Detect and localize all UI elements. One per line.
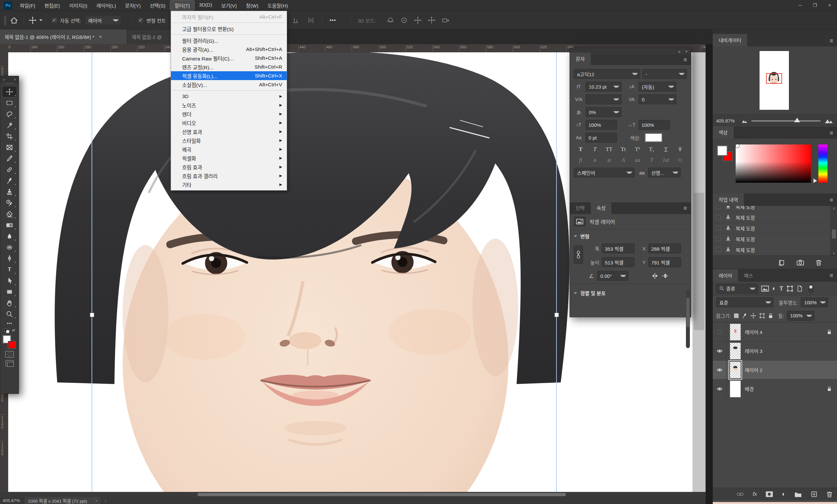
menu-item-4[interactable]: 문자(Y) [121,1,145,10]
filter-menu-item[interactable]: 비디오▶ [171,118,287,127]
antialias-dropdown[interactable]: 선명... [648,168,681,178]
new-layer-icon[interactable] [811,491,818,498]
path-select-tool[interactable] [2,275,17,286]
filter-smart-object-icon[interactable] [797,285,803,292]
slider-thumb[interactable] [794,118,800,122]
show-transform-checkbox[interactable]: ✓ [137,17,144,23]
type-tool[interactable]: T [2,264,17,275]
lock-position-icon[interactable] [750,313,756,319]
text-style-toggle-1[interactable]: T [590,146,600,152]
text-style-toggle-7[interactable]: Ŧ [675,146,685,152]
text-style-toggle-5[interactable]: T₁ [647,146,657,152]
tab-character[interactable]: 문자 [570,53,591,65]
lock-all-icon[interactable] [768,313,773,319]
width-field[interactable]: 353 픽셀 [602,244,635,253]
layer-thumbnail[interactable] [730,343,741,360]
blend-mode-dropdown[interactable]: 표준 [716,298,773,307]
filter-menu-item[interactable]: 고급 필터용으로 변환(S) [171,24,287,33]
default-colors-icon[interactable]: ⇄ [4,328,15,334]
layer-thumbnail[interactable] [730,361,741,378]
history-source-checkbox[interactable] [716,226,720,230]
panel-collapse-icon[interactable]: « [678,49,680,54]
screen-mode-button[interactable] [5,360,13,366]
vertical-scrollbar-thumb[interactable] [694,193,704,330]
filter-menu-item[interactable]: 픽셀화▶ [171,154,287,162]
move-tool-option[interactable] [29,11,42,30]
panel-scrollbar[interactable] [686,289,690,348]
panel-menu-icon[interactable]: ≡ [830,38,833,44]
filter-adjustment-icon[interactable]: ◐ [772,285,776,292]
font-style-dropdown[interactable]: - [642,69,687,79]
history-source-checkbox[interactable] [716,248,720,252]
layer-row[interactable]: 레이어 2 [713,360,837,379]
home-button[interactable] [10,11,18,30]
layer-name[interactable]: 레이어 4 [745,328,763,335]
minimize-button[interactable]: ─ [793,0,807,11]
history-brush-tool[interactable] [2,197,17,208]
layer-name[interactable]: 배경 [745,385,754,392]
text-style-toggle-4[interactable]: T¹ [633,146,642,152]
menu-item-7[interactable]: 3D(D) [195,1,216,10]
horizontal-scrollbar-thumb[interactable] [197,493,566,496]
menu-filter[interactable]: 필터(T) [170,1,194,10]
font-size-dropdown[interactable]: 10.23 pt [586,82,622,91]
link-dimensions-icon[interactable] [574,246,583,264]
auto-select-dropdown[interactable]: 레이어 [85,15,121,25]
history-state-row[interactable]: 복제 도장 [713,234,837,245]
magic-wand-tool[interactable] [2,120,17,130]
menu-item-3[interactable]: 레이어(L) [92,1,120,10]
quick-mask-button[interactable] [5,351,14,358]
tab-paths[interactable]: 패스 [738,269,759,282]
clone-stamp-tool[interactable] [2,186,17,197]
history-state-row[interactable]: 복제 도장 [713,223,837,234]
hue-slider[interactable] [818,144,827,183]
y-field[interactable]: 791 픽셀 [648,257,681,267]
filter-toggle[interactable] [808,284,814,293]
angle-dropdown[interactable]: 0.00° [597,271,628,281]
rectangle-tool[interactable] [2,286,17,297]
filter-menu-item[interactable]: 흐림 효과 갤러리▶ [171,171,287,180]
height-field[interactable]: 513 픽셀 [602,257,635,267]
crop-tool[interactable] [2,131,17,142]
filter-menu-item[interactable]: 기타▶ [171,180,287,189]
text-style-toggle-3[interactable]: Tt [618,146,628,152]
filter-menu-item[interactable]: 왜곡▶ [171,145,287,154]
lock-transparency-icon[interactable] [734,313,738,318]
horizontal-scrollbar[interactable] [0,492,706,497]
panel-menu-icon[interactable]: ≡ [830,197,833,204]
layer-name[interactable]: 레이어 3 [745,347,763,354]
layer-thumbnail[interactable] [730,324,741,341]
font-family-dropdown[interactable]: a고딕12 [574,69,640,79]
navigator-view-rect[interactable] [766,73,782,84]
visibility-eye-icon[interactable] [713,342,727,360]
filter-menu-item[interactable]: 3D▶ [171,92,287,101]
zoom-tool[interactable] [2,308,17,319]
gradient-tool[interactable] [2,220,17,230]
history-state-row[interactable]: 복제 도장 [713,206,837,212]
text-color-swatch[interactable] [645,133,662,142]
hue-slider-thumb[interactable] [814,178,817,183]
tracking-dropdown[interactable]: 0 [639,94,676,104]
filter-menu-item[interactable]: 선명 효과▶ [171,127,287,136]
filter-menu-item[interactable]: 스타일화▶ [171,136,287,145]
layer-name[interactable]: 레이어 2 [745,366,763,373]
filter-menu-item[interactable]: 응용 광각(A)...Alt+Shift+Ctrl+A [171,45,287,54]
history-scrollbar[interactable]: ∧∨ [831,206,837,256]
auto-select-checkbox[interactable]: ✓ [51,17,57,23]
status-next-icon[interactable]: › [95,498,97,503]
healing-brush-tool[interactable] [2,164,17,175]
menu-item-10[interactable]: 도움말(H) [263,1,292,10]
eyedropper-tool[interactable] [2,153,17,164]
new-snapshot-camera-icon[interactable] [797,259,804,266]
panel-menu-icon[interactable]: ≡ [683,205,687,212]
navigator-zoom-slider[interactable] [751,120,821,122]
tab-close-icon[interactable]: × [99,34,102,40]
marquee-tool[interactable] [2,97,17,108]
section-collapse-icon[interactable] [574,292,577,294]
new-group-folder-icon[interactable] [794,491,802,498]
layer-fx-icon[interactable]: fx [753,491,757,498]
filter-menu-item[interactable]: 렌더▶ [171,109,287,118]
history-state-row[interactable]: 복제 도장 [713,212,837,223]
tab-paragraph[interactable]: 단락 [570,202,591,214]
delete-state-trash-icon[interactable] [815,259,822,266]
